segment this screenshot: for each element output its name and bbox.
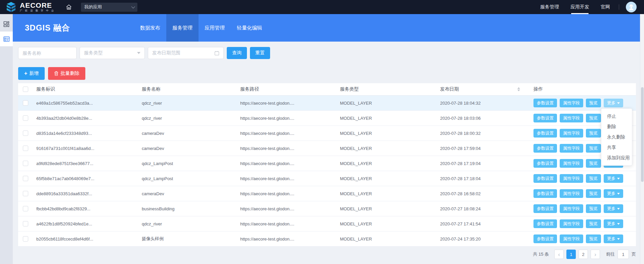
reset-button[interactable]: 重置 (250, 47, 270, 59)
brand-logo[interactable]: AECORE 广 联 达 数 字 中 台 (5, 2, 55, 12)
param-settings-button[interactable]: 参数设置 (533, 99, 557, 107)
page-button-1[interactable]: 1 (566, 250, 576, 259)
param-settings-button[interactable]: 参数设置 (533, 204, 557, 213)
attribute-fields-button[interactable]: 属性字段 (560, 189, 583, 198)
preview-button[interactable]: 预览 (586, 189, 601, 198)
preview-button[interactable]: 预览 (586, 234, 601, 243)
service-name-input[interactable] (23, 50, 72, 56)
preview-button[interactable]: 预览 (586, 219, 601, 228)
cell-service-id: fbcbb42bd8bd9cab2f8329... (36, 206, 142, 211)
attribute-fields-button[interactable]: 属性字段 (560, 159, 583, 168)
preview-button[interactable]: 预览 (586, 129, 601, 138)
param-settings-button[interactable]: 参数设置 (533, 159, 557, 168)
row-checkbox[interactable] (23, 206, 28, 211)
next-page-button[interactable]: › (591, 250, 600, 259)
tab-app-management[interactable]: 应用管理 (199, 14, 231, 42)
topnav-app-development[interactable]: 应用开发 (570, 0, 589, 14)
param-settings-button[interactable]: 参数设置 (533, 129, 557, 138)
row-checkbox[interactable] (23, 236, 28, 242)
attribute-fields-button[interactable]: 属性字段 (560, 114, 583, 122)
cell-service-path: https://aecore-test.glodon.... (240, 131, 340, 136)
row-checkbox[interactable] (23, 130, 28, 136)
column-header-service-type: 服务类型 (340, 86, 440, 92)
tab-data-publish[interactable]: 数据发布 (134, 14, 166, 42)
param-settings-button[interactable]: 参数设置 (533, 114, 557, 122)
workspace-select-value: 我的应用 (84, 4, 102, 10)
table-header-row: 服务标识 服务名称 服务路径 服务类型 发布日期 操作 (18, 83, 636, 96)
param-settings-button[interactable]: 参数设置 (533, 234, 557, 243)
more-button[interactable]: 更多 (604, 174, 623, 183)
goto-page-input[interactable] (617, 250, 629, 259)
cell-service-name: qdcz_river (142, 221, 240, 226)
menu-item-delete[interactable]: 删除 (601, 121, 632, 132)
row-checkbox[interactable] (23, 146, 28, 151)
search-button[interactable]: 查询 (227, 47, 247, 59)
user-avatar[interactable] (626, 2, 637, 12)
more-button[interactable]: 更多 (604, 99, 623, 107)
attribute-fields-button[interactable]: 属性字段 (560, 144, 583, 153)
cell-service-id: 65f5b8e71ac7ab0648069e7... (36, 176, 142, 181)
more-button[interactable]: 更多 (604, 204, 623, 213)
param-settings-button[interactable]: 参数设置 (533, 189, 557, 198)
menu-item-permanent-delete[interactable]: 永久删除 (601, 132, 632, 142)
prev-page-button[interactable]: ‹ (554, 250, 564, 259)
cell-service-type: MODEL_LAYER (340, 221, 440, 226)
scrollbar-thumb[interactable] (641, 87, 644, 182)
cell-service-path: https://aecore-test.glodon.... (240, 221, 340, 226)
attribute-fields-button[interactable]: 属性字段 (560, 129, 583, 138)
batch-delete-button[interactable]: 批量删除 (48, 67, 85, 80)
home-icon[interactable] (66, 4, 72, 10)
attribute-fields-button[interactable]: 属性字段 (560, 204, 583, 213)
preview-button[interactable]: 预览 (586, 174, 601, 183)
cell-service-type: MODEL_LAYER (340, 131, 440, 136)
row-checkbox[interactable] (23, 115, 28, 121)
row-checkbox[interactable] (23, 221, 28, 226)
tab-lightweight-edit[interactable]: 轻量化编辑 (231, 14, 268, 42)
more-button[interactable]: 更多 (604, 234, 623, 243)
menu-item-add-to-app[interactable]: 添加到应用 (601, 153, 632, 163)
preview-button[interactable]: 预览 (586, 204, 601, 213)
preview-button[interactable]: 预览 (586, 114, 601, 122)
cell-service-name: qdcz_LampPost (142, 176, 240, 181)
row-checkbox[interactable] (23, 161, 28, 166)
cell-service-id: a4622fb1d8f520924bfed1e... (36, 221, 142, 226)
menu-item-stop[interactable]: 停止 (601, 111, 632, 121)
topbar: AECORE 广 联 达 数 字 中 台 我的应用 服务管理 应用开发 官网 (0, 0, 644, 14)
menu-item-share[interactable]: 共享 (601, 142, 632, 153)
param-settings-button[interactable]: 参数设置 (533, 174, 557, 183)
attribute-fields-button[interactable]: 属性字段 (560, 234, 583, 243)
select-all-checkbox[interactable] (23, 87, 28, 92)
param-settings-button[interactable]: 参数设置 (533, 219, 557, 228)
publish-date-range-picker[interactable]: 发布日期范围 (148, 47, 224, 59)
cell-service-name: qdcz_river (142, 101, 240, 106)
sidebar-item-applications[interactable] (0, 32, 13, 46)
preview-button[interactable]: 预览 (586, 144, 601, 153)
cell-publish-date: 2020-07-27 18:08:24 (440, 206, 529, 211)
attribute-fields-button[interactable]: 属性字段 (560, 219, 583, 228)
workspace-select[interactable]: 我的应用 (81, 3, 137, 12)
row-checkbox[interactable] (23, 176, 28, 181)
preview-button[interactable]: 预览 (586, 99, 601, 107)
attribute-fields-button[interactable]: 属性字段 (560, 174, 583, 183)
add-button[interactable]: + 新增 (18, 67, 45, 80)
cell-service-path: https://aecore-test.glodon.... (240, 206, 340, 211)
sort-icon[interactable] (517, 87, 520, 91)
more-button[interactable]: 更多 (604, 189, 623, 198)
sidebar-item-dashboard[interactable] (0, 17, 13, 32)
param-settings-button[interactable]: 参数设置 (533, 144, 557, 153)
page-button-2[interactable]: 2 (578, 250, 588, 259)
page-unit-label: 页 (632, 251, 636, 257)
more-button[interactable]: 更多 (604, 219, 623, 228)
topnav-official-site[interactable]: 官网 (601, 0, 610, 14)
service-type-select[interactable]: 服务类型 (80, 47, 145, 59)
service-name-input-wrapper (18, 47, 77, 59)
vertical-scrollbar[interactable] (640, 14, 644, 264)
cell-service-type: MODEL_LAYER (340, 191, 440, 196)
tab-service-management[interactable]: 服务管理 (166, 14, 199, 42)
row-checkbox[interactable] (23, 100, 28, 106)
row-checkbox[interactable] (23, 191, 28, 196)
preview-button[interactable]: 预览 (586, 159, 601, 168)
topnav-service-management[interactable]: 服务管理 (540, 0, 559, 14)
attribute-fields-button[interactable]: 属性字段 (560, 99, 583, 107)
cell-service-path: https://aecore-test.glodon.... (240, 161, 340, 166)
